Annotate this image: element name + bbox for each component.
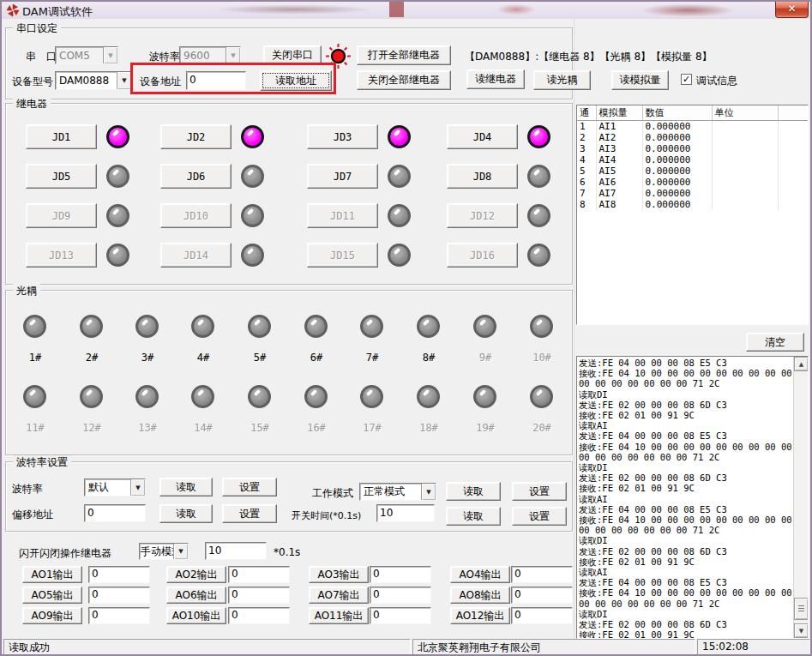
clear-log-button[interactable]: 清空 — [746, 333, 804, 352]
baudrate-read-button[interactable]: 读取 — [159, 478, 213, 497]
relay-button-jd8[interactable]: JD8 — [447, 164, 518, 189]
scrollbar-thumb[interactable] — [794, 598, 809, 620]
offset-read-button[interactable]: 读取 — [159, 504, 213, 523]
ao-output-button-12[interactable]: AO12输出 — [450, 607, 510, 624]
opto-led-18 — [417, 385, 440, 408]
opto-led-14 — [191, 385, 214, 408]
ao-output-button-9[interactable]: AO9输出 — [22, 607, 82, 624]
ao-output-button-5[interactable]: AO5输出 — [22, 587, 82, 604]
flash-time-input[interactable]: 10 — [205, 542, 267, 560]
relay-button-jd15[interactable]: JD15 — [307, 243, 378, 268]
offset-set-button[interactable]: 设置 — [222, 504, 277, 523]
relay-button-jd11[interactable]: JD11 — [307, 203, 378, 228]
switch-time-read-button[interactable]: 读取 — [446, 507, 501, 526]
ao-output-input-12[interactable]: 0 — [511, 607, 573, 624]
table-row[interactable]: 3AI30.000000 — [577, 143, 809, 154]
read-opto-button[interactable]: 读光耦 — [533, 70, 591, 90]
relay-button-jd1[interactable]: JD1 — [26, 124, 97, 149]
ao-output-input-8[interactable]: 0 — [511, 587, 573, 604]
close-serial-button[interactable]: 关闭串口 — [263, 45, 322, 65]
opto-led-label-5: 5# — [247, 352, 273, 364]
relay-button-jd7[interactable]: JD7 — [307, 164, 378, 189]
workmode-set-button[interactable]: 设置 — [512, 482, 567, 501]
ao-output-button-6[interactable]: AO6输出 — [166, 587, 226, 604]
ao-output-button-4[interactable]: AO4输出 — [450, 566, 510, 583]
ao-output-button-10[interactable]: AO10输出 — [166, 607, 226, 624]
relay-button-jd2[interactable]: JD2 — [160, 124, 232, 149]
close-icon[interactable]: ✕ — [775, 2, 809, 18]
ao-output-input-6[interactable]: 0 — [228, 587, 290, 604]
ao-output-input-9[interactable]: 0 — [88, 607, 150, 624]
opto-led-15 — [248, 385, 271, 408]
com-port-select[interactable]: COM5 ▼ — [55, 46, 118, 64]
ao-output-button-2[interactable]: AO2输出 — [166, 566, 226, 583]
relay-button-jd5[interactable]: JD5 — [26, 164, 97, 189]
table-header-5[interactable] — [778, 105, 809, 121]
table-cell: 0.000000 — [642, 166, 712, 177]
ao-output-button-3[interactable]: AO3输出 — [309, 566, 369, 583]
relay-button-jd3[interactable]: JD3 — [307, 124, 378, 149]
debug-info-checkbox[interactable]: ✓ — [681, 74, 692, 85]
table-header-4[interactable]: 单位 — [712, 105, 778, 121]
table-cell: 7 — [577, 188, 596, 199]
ao-output-input-10[interactable]: 0 — [228, 607, 290, 624]
table-row[interactable]: 5AI50.000000 — [577, 166, 809, 177]
table-row[interactable]: 7AI70.000000 — [577, 188, 809, 199]
read-address-button[interactable]: 读取地址 — [260, 70, 332, 91]
ao-output-input-1[interactable]: 0 — [88, 566, 150, 583]
baudrate-select[interactable]: 默认 ▼ — [84, 478, 146, 497]
ao-output-button-11[interactable]: AO11输出 — [309, 607, 369, 624]
table-row[interactable]: 1AI10.000000 — [577, 121, 809, 133]
ao-output-input-11[interactable]: 0 — [370, 607, 431, 624]
title-bar[interactable]: DAM调试软件 ✕ — [2, 2, 810, 19]
ao-output-input-7[interactable]: 0 — [370, 587, 431, 604]
workmode-read-button[interactable]: 读取 — [446, 482, 501, 501]
log-scrollbar[interactable]: ▲ ▼ — [793, 357, 808, 638]
relay-button-jd16[interactable]: JD16 — [447, 243, 518, 268]
close-all-relays-button[interactable]: 关闭全部继电器 — [357, 70, 451, 90]
table-row[interactable]: 4AI40.000000 — [577, 154, 809, 166]
log-line: 读取DI — [579, 535, 791, 545]
ao-output-button-7[interactable]: AO7输出 — [309, 587, 369, 604]
ao-output-input-3[interactable]: 0 — [370, 566, 431, 583]
table-row[interactable]: 2AI20.000000 — [577, 132, 809, 143]
relay-button-jd13[interactable]: JD13 — [26, 243, 97, 268]
debug-log[interactable]: 发送:FE 04 00 00 00 08 E5 C3接收:FE 04 10 00… — [576, 356, 809, 639]
table-cell — [712, 132, 778, 143]
scroll-down-icon[interactable]: ▼ — [794, 623, 809, 638]
relay-button-jd14[interactable]: JD14 — [160, 243, 232, 268]
table-cell — [778, 177, 809, 188]
ao-output-input-2[interactable]: 0 — [228, 566, 290, 583]
opto-led-label-17: 17# — [359, 422, 385, 434]
workmode-select[interactable]: 正常模式 ▼ — [359, 483, 436, 501]
read-relay-button[interactable]: 读继电器 — [466, 69, 525, 89]
flash-mode-select[interactable]: 手动模式 ▼ — [139, 543, 189, 560]
device-address-input[interactable]: 0 — [186, 71, 246, 90]
table-header-2[interactable]: 模拟量 — [596, 105, 642, 121]
table-row[interactable]: 6AI60.000000 — [577, 177, 809, 188]
ao-output-input-5[interactable]: 0 — [88, 587, 150, 604]
relay-button-jd9[interactable]: JD9 — [26, 203, 97, 228]
relay-button-jd4[interactable]: JD4 — [447, 124, 518, 149]
model-select[interactable]: DAM0888 ▼ — [55, 71, 132, 90]
baud-label: 波特率 — [149, 50, 180, 64]
table-row[interactable]: 8AI80.000000 — [577, 199, 809, 210]
open-all-relays-button[interactable]: 打开全部继电器 — [357, 45, 451, 65]
debug-info-label: 调试信息 — [696, 74, 737, 88]
table-header-3[interactable]: 数值 — [642, 105, 712, 121]
switch-time-input[interactable]: 10 — [376, 504, 435, 522]
scroll-up-icon[interactable]: ▲ — [794, 357, 809, 371]
ao-output-button-1[interactable]: AO1输出 — [22, 566, 82, 583]
switch-time-set-button[interactable]: 设置 — [512, 507, 567, 526]
table-header-1[interactable]: 通 — [577, 105, 596, 121]
ao-output-button-8[interactable]: AO8输出 — [450, 587, 510, 604]
relay-button-jd6[interactable]: JD6 — [160, 164, 232, 189]
relay-button-jd12[interactable]: JD12 — [447, 203, 518, 228]
read-analog-button[interactable]: 读模拟量 — [611, 70, 669, 90]
offset-addr-input[interactable]: 0 — [84, 504, 146, 522]
ao-output-input-4[interactable]: 0 — [511, 566, 573, 583]
relay-button-jd10[interactable]: JD10 — [160, 203, 232, 228]
debug-log-lines: 发送:FE 04 00 00 00 08 E5 C3接收:FE 04 10 00… — [579, 358, 791, 638]
baudrate-set-button[interactable]: 设置 — [222, 478, 277, 497]
baud-select[interactable]: 9600 ▼ — [179, 46, 241, 64]
